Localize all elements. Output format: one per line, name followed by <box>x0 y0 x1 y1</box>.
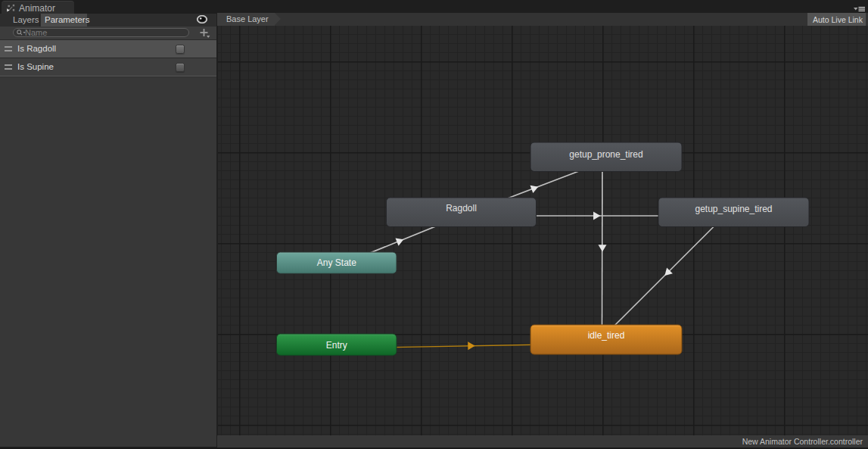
svg-text:idle_tired: idle_tired <box>588 330 625 341</box>
svg-text:getup_supine_tired: getup_supine_tired <box>695 204 772 214</box>
svg-text:Entry: Entry <box>326 340 347 351</box>
svg-text:Any State: Any State <box>317 257 356 268</box>
svg-text:Ragdoll: Ragdoll <box>446 203 477 214</box>
svg-text:getup_prone_tired: getup_prone_tired <box>569 149 642 160</box>
